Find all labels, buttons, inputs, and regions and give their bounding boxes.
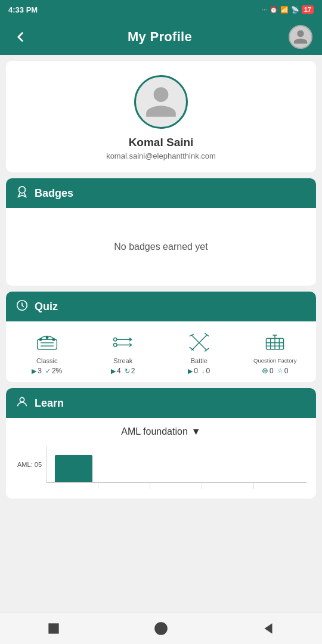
bottom-nav (0, 612, 322, 644)
svg-point-7 (52, 339, 55, 341)
qfactory-plays: 0 (270, 367, 274, 375)
quiz-item-classic[interactable]: Classic ▶ 3 ✓ 2% (11, 329, 83, 375)
signal-dots: ··· (262, 6, 267, 13)
qfactory-label: Question Factory (253, 357, 296, 364)
qfactory-icon (260, 329, 290, 355)
learn-section: Learn AML foundation ▼ AML: 05 (6, 388, 316, 499)
status-icons: ··· ⏰ 📶 📡 17 (262, 5, 314, 14)
quiz-item-qfactory[interactable]: Question Factory ⊕ 0 ☆ 0 (239, 329, 312, 375)
quiz-header: Quiz (6, 292, 316, 321)
badges-icon (16, 185, 29, 201)
learn-dropdown-row[interactable]: AML foundation ▼ (6, 418, 316, 437)
page-title: My Profile (128, 29, 192, 45)
battle-stat-1: ▶ 0 (188, 367, 198, 375)
battle-plays: 0 (194, 367, 198, 375)
x-tick-4 (255, 483, 305, 489)
svg-line-17 (205, 333, 209, 336)
svg-point-31 (159, 626, 163, 630)
svg-line-16 (189, 334, 193, 336)
nav-home-button[interactable] (146, 614, 176, 643)
bar-1 (55, 455, 92, 482)
check-icon: ✓ (45, 367, 51, 375)
streak-label: Streak (113, 357, 132, 364)
badges-body: No badges earned yet (6, 208, 316, 286)
wifi-icon: 📡 (291, 6, 299, 14)
badges-title: Badges (35, 187, 73, 200)
status-time: 4:33 PM (8, 5, 38, 14)
quiz-icon (16, 299, 29, 314)
battle-icon (184, 329, 214, 355)
quiz-title: Quiz (35, 301, 58, 313)
profile-email: komal.saini@elephantthink.com (106, 151, 216, 160)
streak-val: 2 (131, 367, 135, 375)
profile-card: Komal Saini komal.saini@elephantthink.co… (6, 61, 316, 172)
chart-x-axis (47, 482, 306, 489)
streak-stat-1: ▶ 4 (111, 367, 121, 375)
x-tick-2 (151, 483, 202, 489)
qfactory-stats: ⊕ 0 ☆ 0 (262, 366, 288, 375)
classic-stat-1: ▶ 3 (32, 367, 42, 375)
refresh-icon: ↻ (125, 367, 130, 375)
quiz-section: Quiz Classic ▶ 3 (6, 292, 316, 382)
battle-stats: ▶ 0 ↓ 0 (188, 367, 210, 375)
x-tick-3 (203, 483, 254, 489)
quiz-grid: Classic ▶ 3 ✓ 2% (6, 321, 316, 382)
play-icon: ▶ (32, 367, 36, 375)
classic-icon (32, 329, 62, 355)
qfactory-stat-1: ⊕ 0 (262, 366, 274, 375)
learn-header: Learn (6, 388, 316, 418)
badges-section: Badges No badges earned yet (6, 178, 316, 286)
chart-y-label: AML: 05 (16, 461, 47, 468)
svg-point-6 (46, 336, 48, 339)
dropdown-value: AML foundation (121, 426, 187, 437)
signal-bars: 📶 (280, 6, 289, 14)
qfactory-stat-2: ☆ 0 (277, 367, 289, 375)
learn-icon (16, 395, 29, 411)
battle-stat-2: ↓ 0 (202, 367, 210, 375)
x-tick-0 (48, 483, 98, 489)
learn-chart: AML: 05 (6, 437, 316, 499)
svg-point-0 (19, 187, 26, 193)
classic-plays: 3 (38, 367, 42, 375)
bar-col-0 (48, 455, 99, 482)
classic-stat-2: ✓ 2% (45, 367, 62, 375)
learn-title: Learn (35, 397, 64, 410)
badges-header: Badges (6, 178, 316, 208)
streak-plays: 4 (117, 367, 121, 375)
alarm-icon: ⏰ (270, 6, 278, 14)
profile-name: Komal Saini (129, 136, 194, 149)
quiz-item-battle[interactable]: Battle ▶ 0 ↓ 0 (163, 329, 236, 375)
svg-point-5 (39, 339, 42, 341)
classic-pct: 2% (52, 367, 62, 375)
play-icon-3: ▶ (188, 367, 193, 375)
svg-point-9 (114, 343, 117, 346)
battery-label: 17 (302, 5, 314, 14)
nav-stop-button[interactable] (39, 614, 69, 643)
classic-stats: ▶ 3 ✓ 2% (32, 367, 62, 375)
chevron-down-icon: ▼ (191, 426, 201, 437)
svg-rect-29 (48, 623, 58, 633)
svg-rect-2 (37, 339, 57, 349)
svg-marker-32 (265, 623, 273, 633)
streak-stats: ▶ 4 ↻ 2 (111, 367, 135, 375)
plus-icon: ⊕ (262, 366, 268, 375)
streak-icon (108, 329, 138, 355)
header-avatar[interactable] (289, 25, 312, 49)
down-icon: ↓ (202, 367, 205, 374)
x-tick-1 (100, 483, 150, 489)
streak-stat-2: ↻ 2 (125, 367, 135, 375)
profile-avatar (134, 75, 188, 129)
battle-val: 0 (206, 367, 210, 375)
status-bar: 4:33 PM ··· ⏰ 📶 📡 17 (0, 0, 322, 19)
qfactory-val: 0 (284, 367, 289, 375)
classic-label: Classic (36, 357, 57, 364)
nav-back-button[interactable] (253, 614, 283, 643)
back-button[interactable] (10, 26, 31, 48)
battle-label: Battle (191, 357, 208, 364)
badges-empty-message: No badges earned yet (16, 218, 306, 276)
header: My Profile (0, 19, 322, 55)
quiz-item-streak[interactable]: Streak ▶ 4 ↻ 2 (87, 329, 160, 375)
svg-point-28 (20, 398, 24, 402)
play-icon-2: ▶ (111, 367, 116, 375)
star-icon: ☆ (277, 367, 283, 374)
